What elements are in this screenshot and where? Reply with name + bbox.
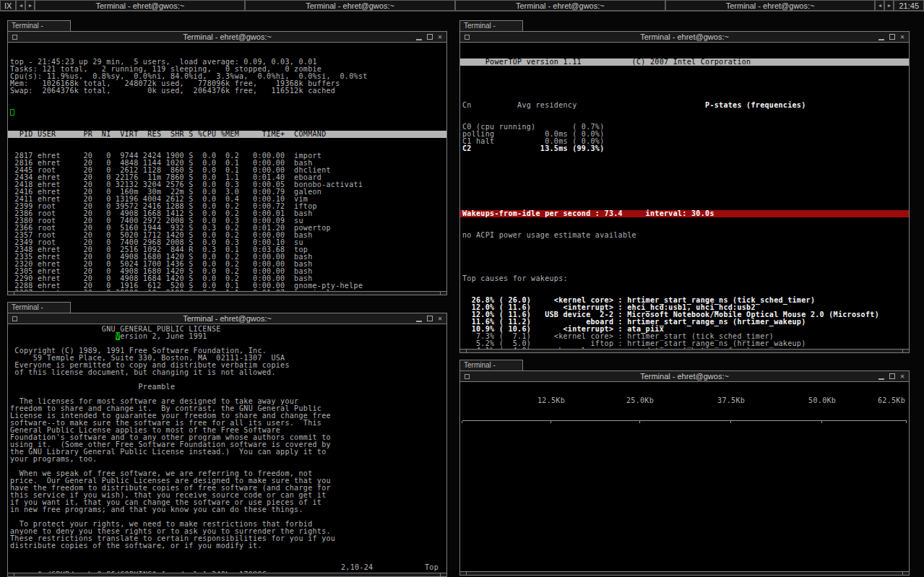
window-resize-grip[interactable] [7, 573, 447, 577]
window-menu-icon[interactable] [465, 35, 470, 40]
gpl-lines: GNU GENERAL PUBLIC LICENSE Version 2, Ju… [10, 326, 444, 557]
terminal-screen-powertop[interactable]: PowerTOP version 1.11 (C) 2007 Intel Cor… [459, 43, 910, 350]
window-menu-icon[interactable] [465, 374, 470, 379]
window-tab[interactable]: Terminal - [459, 360, 523, 370]
terminal-screen-vim[interactable]: GNU GENERAL PUBLIC LICENSE Version 2, Ju… [7, 324, 447, 573]
minimize-icon[interactable] [878, 373, 884, 380]
titlebar[interactable]: Terminal - ehret@gwos:~ ✕ [7, 31, 447, 43]
cstates-header: Cn Avg residency P-states (frequencies) [462, 102, 907, 109]
top-cursor-line [10, 109, 444, 116]
window-tab[interactable]: Terminal - [7, 20, 71, 31]
window-resize-grip[interactable] [459, 572, 910, 576]
vim-cursor: V [116, 332, 120, 340]
iftop-scale-line [462, 419, 907, 426]
taskbar-tab[interactable]: Terminal - ehret@gwos:~ [245, 0, 455, 11]
titlebar[interactable]: Terminal - ehret@gwos:~ ✕ [7, 313, 447, 324]
no-acpi-note: no ACPI power usage estimate available [462, 232, 907, 239]
window-top-process-monitor: Terminal - Terminal - ehret@gwos:~ ✕ top… [7, 20, 447, 295]
terminal-screen-iftop[interactable]: 12.5Kb25.0Kb37.5Kb50.0Kb62.5Kb TX: cumm … [459, 382, 910, 572]
pstates-label: P-states (frequencies) [705, 101, 806, 109]
maximize-icon[interactable] [889, 373, 895, 379]
powertop-header-bar: PowerTOP version 1.11 (C) 2007 Intel Cor… [460, 58, 909, 66]
iftop-flow-area [462, 441, 907, 572]
iftop-scale-labels: 12.5Kb25.0Kb37.5Kb50.0Kb62.5Kb [462, 397, 907, 404]
titlebar[interactable]: Terminal - ehret@gwos:~ ✕ [459, 31, 910, 43]
close-icon[interactable]: ✕ [438, 33, 442, 40]
pt-cstates: C0 (cpu running) ( 0.7%)polling 0.0ms ( … [462, 123, 907, 152]
next-workspace-icon[interactable]: ► [25, 0, 35, 11]
window-title: Terminal - ehret@gwos:~ [460, 32, 909, 41]
terminal-screen-top[interactable]: top - 21:45:23 up 29 min, 5 users, load … [7, 43, 447, 292]
scale-label: 62.5Kb [878, 397, 905, 404]
window-iftop: Terminal - Terminal - ehret@gwos:~ ✕ 12.… [459, 360, 910, 576]
scale-label: 25.0Kb [626, 397, 654, 404]
vim-status-line: "~/GRUB/grub-0.96/COPYING" [readonly] 34… [10, 564, 444, 571]
taskbar-tab[interactable]: Terminal - ehret@gwos:~ [455, 0, 665, 11]
window-title: Terminal - ehret@gwos:~ [8, 314, 446, 323]
window-title: Terminal - ehret@gwos:~ [460, 372, 909, 381]
taskbar-tab[interactable]: Terminal - ehret@gwos:~ [665, 0, 876, 11]
window-tab[interactable]: Terminal - [7, 302, 71, 313]
prev-window-icon[interactable]: ◄ [875, 0, 884, 11]
top-summary: top - 21:45:23 up 29 min, 5 users, load … [10, 58, 444, 95]
next-window-icon[interactable]: ► [884, 0, 894, 11]
window-tab[interactable]: Terminal - [459, 20, 523, 31]
top-table-rows: 2817 ehret 20 0 9744 2424 1900 S 0.0 0.2… [10, 152, 444, 292]
close-icon[interactable]: ✕ [900, 373, 904, 380]
clock: 21:45 [894, 0, 924, 11]
toolbar: IX ◄ ► Terminal - ehret@gwos:~Terminal -… [0, 0, 924, 12]
vim-scroll-position: Top [425, 564, 439, 571]
window-menu-icon[interactable] [12, 316, 17, 321]
window-title: Terminal - ehret@gwos:~ [8, 32, 446, 41]
pt-wakeups: 26.8% ( 26.0) <kernel core> : hrtimer_st… [462, 297, 907, 350]
close-icon[interactable]: ✕ [438, 315, 442, 322]
vim-ruler: 2,10-24 [341, 564, 373, 571]
scale-label: 12.5Kb [537, 397, 565, 404]
taskbar-tab[interactable]: Terminal - ehret@gwos:~ [35, 0, 245, 11]
maximize-icon[interactable] [427, 34, 433, 40]
scale-label: 50.0Kb [808, 397, 836, 404]
window-menu-icon[interactable] [12, 35, 17, 40]
terminal-cursor [10, 109, 14, 116]
window-resize-grip[interactable] [7, 292, 447, 295]
maximize-icon[interactable] [427, 316, 433, 321]
minimize-icon[interactable] [416, 33, 422, 40]
top-table-header: PID USER PR NI VIRT RES SHR S %CPU %MEM … [8, 131, 446, 138]
scale-label: 37.5Kb [717, 397, 745, 404]
window-powertop: Terminal - Terminal - ehret@gwos:~ ✕ Pow… [459, 20, 910, 353]
workspace-label[interactable]: IX [0, 0, 16, 11]
taskbar-tabs: Terminal - ehret@gwos:~Terminal - ehret@… [35, 0, 875, 11]
close-icon[interactable]: ✕ [900, 33, 904, 40]
window-vim-gpl: Terminal - Terminal - ehret@gwos:~ ✕ GNU… [7, 302, 447, 577]
top-causes-label: Top causes for wakeups: [462, 275, 907, 282]
titlebar[interactable]: Terminal - ehret@gwos:~ ✕ [459, 370, 910, 382]
maximize-icon[interactable] [889, 34, 895, 40]
minimize-icon[interactable] [878, 33, 884, 40]
window-resize-grip[interactable] [459, 350, 910, 353]
minimize-icon[interactable] [416, 315, 422, 322]
wakeups-banner: Wakeups-from-idle per second : 73.4 inte… [460, 210, 909, 217]
prev-workspace-icon[interactable]: ◄ [16, 0, 25, 11]
